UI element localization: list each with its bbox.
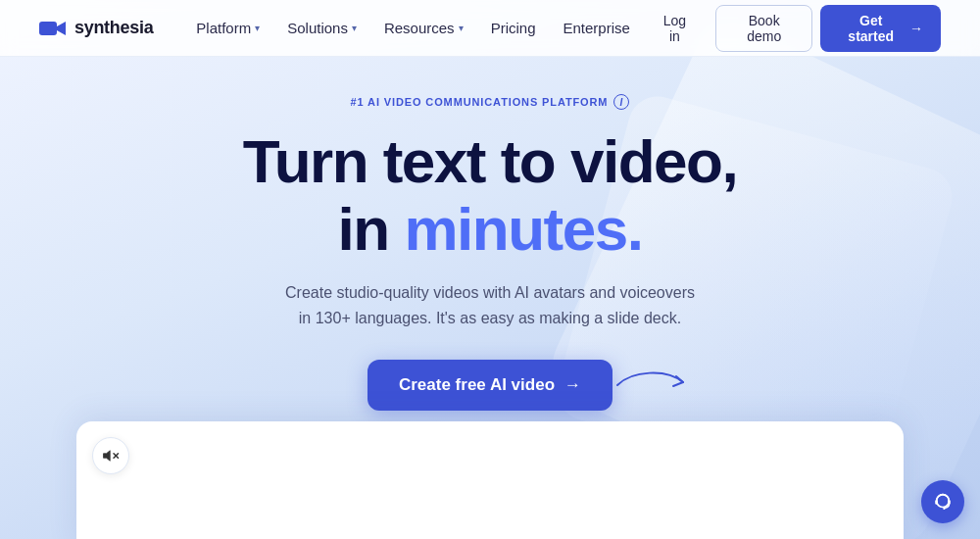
logo-icon (39, 18, 67, 39)
navbar: synthesia Platform ▾ Solutions ▾ Resourc… (0, 0, 980, 57)
login-button[interactable]: Log in (642, 6, 708, 51)
arrow-right-icon: → (564, 375, 581, 395)
hero-title-line1: Turn text to video, (243, 129, 737, 195)
chevron-down-icon: ▾ (255, 23, 260, 33)
arrow-icon: → (909, 21, 923, 36)
nav-item-platform[interactable]: Platform ▾ (184, 14, 271, 42)
info-icon: i (613, 94, 629, 110)
hero-subtitle: Create studio-quality videos with AI ava… (284, 280, 696, 330)
nav-item-resources[interactable]: Resources ▾ (372, 14, 475, 42)
nav-right: Log in Book demo Get started → (642, 5, 941, 52)
hero-title-line2: in minutes. (338, 197, 643, 263)
svg-rect-0 (39, 22, 57, 35)
cta-arrow-decoration (612, 361, 691, 410)
video-preview-card (76, 421, 904, 539)
mute-icon (102, 447, 120, 465)
chevron-down-icon: ▾ (459, 23, 464, 33)
logo-text: synthesia (74, 18, 153, 38)
get-started-button[interactable]: Get started → (820, 5, 941, 52)
nav-item-pricing[interactable]: Pricing (479, 14, 548, 42)
cta-wrapper: Create free AI video → (368, 360, 612, 411)
nav-item-solutions[interactable]: Solutions ▾ (275, 14, 368, 42)
create-free-video-button[interactable]: Create free AI video → (368, 360, 612, 411)
nav-item-enterprise[interactable]: Enterprise (551, 14, 641, 42)
nav-links: Platform ▾ Solutions ▾ Resources ▾ Prici… (184, 14, 642, 42)
support-chat-button[interactable] (921, 480, 964, 523)
mute-button[interactable] (92, 437, 129, 474)
svg-rect-4 (935, 500, 938, 505)
headset-icon (932, 491, 954, 513)
hero-badge: #1 AI VIDEO COMMUNICATIONS PLATFORM i (351, 94, 630, 110)
logo[interactable]: synthesia (39, 18, 153, 39)
svg-point-6 (943, 508, 945, 510)
hero-section: #1 AI VIDEO COMMUNICATIONS PLATFORM i Tu… (0, 57, 980, 446)
chevron-down-icon: ▾ (352, 23, 357, 33)
book-demo-button[interactable]: Book demo (715, 5, 812, 52)
